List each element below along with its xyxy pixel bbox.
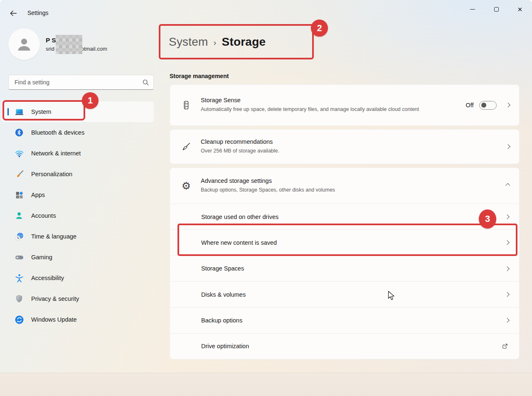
annotation-step-3: 3	[479, 209, 496, 229]
cleanup-title: Cleanup recommendations	[201, 138, 506, 145]
toggle-state-label: Off	[466, 102, 473, 108]
window-title: Settings	[27, 10, 49, 16]
chevron-right-icon	[505, 266, 509, 271]
sidebar-item-label: Bluetooth & devices	[31, 129, 84, 136]
gaming-icon	[14, 252, 24, 262]
close-button[interactable]: ✕	[510, 0, 530, 18]
breadcrumb-separator: ›	[214, 37, 217, 47]
settings-window: Settings ✕ P S sridotmail.com System	[0, 0, 532, 396]
back-button[interactable]	[7, 7, 19, 19]
storage-sense-title: Storage Sense	[201, 97, 466, 103]
avatar[interactable]	[8, 28, 40, 60]
sidebar-item-accounts[interactable]: Accounts	[2, 205, 154, 226]
taskbar: b P V P ⚙	[0, 373, 532, 396]
external-link-icon	[502, 343, 508, 349]
annotation-step-1: 1	[82, 92, 99, 109]
sidebar-item-label: Apps	[31, 192, 45, 198]
chevron-right-icon	[505, 214, 509, 219]
breadcrumb-parent[interactable]: System	[169, 35, 208, 49]
time-language-icon	[14, 231, 24, 241]
cleanup-recommendations-row[interactable]: Cleanup recommendations Over 256 MB of s…	[170, 129, 520, 164]
chevron-right-icon	[505, 103, 510, 108]
sidebar-item-label: Accounts	[31, 212, 56, 219]
bluetooth-icon	[14, 128, 24, 138]
sidebar-item-personalization[interactable]: Personalization	[2, 164, 154, 184]
network-icon	[14, 148, 24, 158]
chevron-right-icon	[505, 241, 509, 245]
system-icon	[14, 107, 24, 117]
row-disks-and-volumes[interactable]: Disks & volumes	[170, 281, 519, 307]
back-arrow-icon	[9, 9, 17, 17]
privacy-security-icon	[14, 294, 24, 304]
chevron-right-icon	[505, 318, 509, 323]
personalization-icon	[14, 169, 24, 179]
sidebar-item-label: Accessibility	[31, 275, 64, 281]
row-drive-optimization[interactable]: Drive optimization	[170, 333, 519, 359]
sidebar-nav: System Bluetooth & devices Network & int…	[2, 101, 154, 330]
accessibility-icon	[14, 273, 24, 283]
sidebar-item-label: Windows Update	[31, 316, 77, 323]
breadcrumb-current: Storage	[222, 35, 266, 49]
sidebar-item-gaming[interactable]: Gaming	[2, 247, 154, 268]
sidebar-item-system[interactable]: System	[2, 101, 154, 122]
redacted-pixelation	[56, 35, 82, 54]
maximize-button[interactable]	[487, 0, 506, 18]
sidebar-item-label: Time & language	[31, 233, 76, 240]
advanced-storage-settings-group: ⚙ Advanced storage settings Backup optio…	[170, 167, 520, 359]
sidebar-item-label: Network & internet	[31, 150, 81, 157]
minimize-button[interactable]	[463, 0, 482, 18]
advanced-title: Advanced storage settings	[201, 177, 506, 184]
apps-icon	[14, 190, 24, 200]
sidebar-item-label: Personalization	[31, 171, 72, 177]
find-a-setting-box[interactable]	[8, 75, 154, 90]
account-name: P S	[46, 37, 56, 44]
maximize-icon	[494, 7, 499, 12]
toggle-knob	[481, 103, 486, 108]
person-icon	[15, 35, 33, 53]
annotation-box-breadcrumb: System › Storage	[159, 24, 314, 59]
sidebar-item-apps[interactable]: Apps	[2, 184, 154, 205]
sidebar-item-label: System	[31, 108, 51, 115]
row-storage-spaces[interactable]: Storage Spaces	[170, 256, 519, 281]
sidebar-item-privacy-security[interactable]: Privacy & security	[2, 288, 154, 309]
sidebar-item-bluetooth[interactable]: Bluetooth & devices	[2, 122, 154, 143]
close-icon: ✕	[517, 6, 523, 12]
row-storage-used-on-other-drives[interactable]: Storage used on other drives	[170, 204, 519, 229]
sidebar-item-time-language[interactable]: Time & language	[2, 226, 154, 247]
windows-update-icon	[14, 315, 24, 325]
chevron-right-icon	[505, 292, 509, 297]
sidebar-item-network[interactable]: Network & internet	[2, 143, 154, 164]
sidebar-item-accessibility[interactable]: Accessibility	[2, 268, 154, 288]
sidebar-item-windows-update[interactable]: Windows Update	[2, 309, 154, 330]
sidebar-item-label: Privacy & security	[31, 295, 79, 302]
sidebar-item-label: Gaming	[31, 254, 52, 261]
mouse-cursor	[388, 291, 397, 301]
chevron-up-icon	[505, 184, 510, 188]
chevron-right-icon	[505, 145, 510, 149]
annotation-step-2: 2	[311, 20, 328, 37]
section-title: Storage management	[170, 73, 229, 79]
row-where-new-content-is-saved[interactable]: Where new content is saved	[170, 229, 519, 255]
minimize-icon	[470, 9, 475, 10]
gear-icon: ⚙	[181, 181, 192, 191]
advanced-subtitle: Backup options, Storage Spaces, other di…	[201, 186, 450, 194]
storage-drive-icon	[181, 100, 192, 110]
advanced-storage-settings-row[interactable]: ⚙ Advanced storage settings Backup optio…	[170, 168, 519, 204]
storage-sense-row[interactable]: Storage Sense Automatically free up spac…	[170, 84, 520, 126]
cleanup-subtitle: Over 256 MB of storage available.	[201, 147, 450, 155]
find-a-setting-input[interactable]	[15, 79, 142, 86]
row-backup-options[interactable]: Backup options	[170, 307, 519, 333]
storage-sense-subtitle: Automatically free up space, delete temp…	[201, 106, 450, 113]
search-icon	[142, 79, 149, 86]
broom-icon	[181, 142, 192, 152]
accounts-icon	[14, 211, 24, 221]
storage-sense-toggle[interactable]	[479, 101, 497, 110]
